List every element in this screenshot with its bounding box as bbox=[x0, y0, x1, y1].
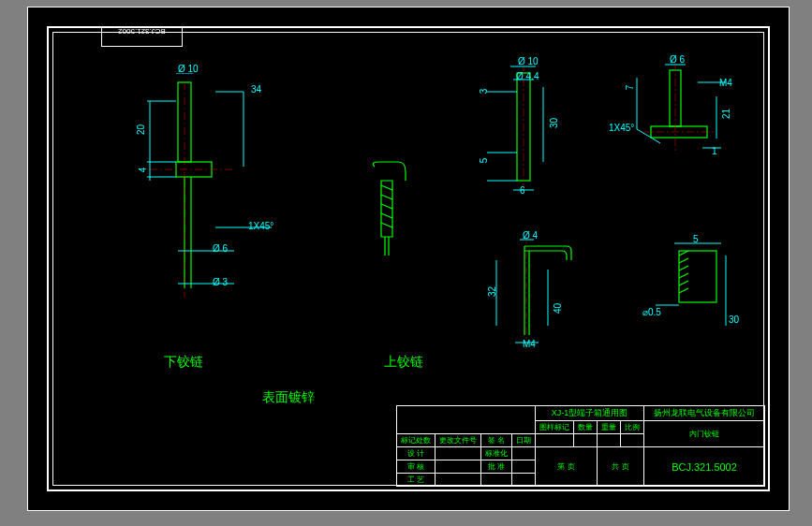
dim-m4b: M4 bbox=[719, 78, 732, 88]
dim-1: 1 bbox=[712, 146, 717, 156]
tb-r3b: 批 准 bbox=[481, 460, 512, 474]
tb-b2: 共 页 bbox=[598, 447, 644, 487]
label-surface-finish: 表面镀锌 bbox=[262, 389, 315, 406]
view-bent-pin bbox=[459, 232, 599, 373]
dim-20: 20 bbox=[136, 124, 146, 135]
view-thread bbox=[627, 232, 759, 354]
tb-partname: 内门铰链 bbox=[644, 421, 765, 447]
dim-d3: Ø 3 bbox=[213, 277, 228, 287]
dim-30b: 30 bbox=[729, 314, 739, 325]
dim-30: 30 bbox=[549, 118, 559, 128]
tb-h1: 图样标记 bbox=[536, 421, 574, 434]
dim-4: 4 bbox=[138, 168, 148, 173]
tb-project: XJ-1型端子箱通用图 bbox=[536, 406, 644, 421]
view-bracket bbox=[613, 59, 754, 199]
dim-chamfer2: 1X45° bbox=[609, 123, 634, 133]
cad-viewport[interactable]: BCJ.321.5002 Ø 10 34 20 4 1X45° Ø 6 Ø 3 bbox=[0, 0, 812, 526]
dim-7: 7 bbox=[625, 85, 635, 91]
view-spring-pictorial bbox=[361, 157, 417, 279]
dim-5: 5 bbox=[479, 158, 489, 164]
tb-r1c4: 日期 bbox=[512, 434, 536, 447]
dim-m4: M4 bbox=[523, 339, 536, 349]
dim-d4: Ø 4 bbox=[523, 230, 538, 241]
title-block: XJ-1型端子箱通用图 扬州龙联电气设备有限公司 图样标记 数量 重量 比例 内… bbox=[396, 405, 765, 487]
dim-d6: Ø 6 bbox=[213, 243, 228, 254]
dim-d10b: Ø 10 bbox=[518, 56, 539, 66]
dim-5b: 5 bbox=[693, 234, 699, 244]
dim-6: 6 bbox=[520, 185, 525, 196]
tb-r2b: 标准化 bbox=[481, 447, 512, 460]
drawing-canvas[interactable]: BCJ.321.5002 Ø 10 34 20 4 1X45° Ø 6 Ø 3 bbox=[27, 7, 790, 511]
tb-h3: 重量 bbox=[598, 421, 621, 434]
svg-line-42 bbox=[637, 129, 660, 143]
tb-r1c3: 签 名 bbox=[481, 434, 512, 447]
dim-d10: Ø 10 bbox=[178, 64, 199, 74]
dim-d6b: Ø 6 bbox=[670, 54, 685, 65]
tb-r1c1: 标记处数 bbox=[397, 434, 436, 447]
dim-d4_4: Ø 4.4 bbox=[516, 71, 539, 81]
label-lower-hinge: 下铰链 bbox=[164, 354, 203, 371]
dim-40: 40 bbox=[553, 303, 563, 314]
tb-h4: 比例 bbox=[621, 421, 644, 434]
dim-32: 32 bbox=[487, 286, 497, 297]
tb-r2a: 设 计 bbox=[397, 447, 436, 460]
tb-r1c2: 更改文件号 bbox=[436, 434, 481, 447]
tb-h2: 数量 bbox=[574, 421, 598, 434]
tb-r4a: 工 艺 bbox=[397, 474, 436, 487]
dim-slot: ⌀0.5 bbox=[642, 307, 661, 317]
tb-company: 扬州龙联电气设备有限公司 bbox=[644, 406, 765, 421]
svg-rect-44 bbox=[679, 251, 716, 302]
dim-3: 3 bbox=[479, 89, 489, 95]
dim-21: 21 bbox=[721, 109, 731, 119]
tb-b1: 第 页 bbox=[536, 447, 598, 487]
dim-34: 34 bbox=[251, 84, 261, 95]
label-upper-hinge: 上铰链 bbox=[384, 354, 423, 371]
dim-chamfer1: 1X45° bbox=[248, 221, 273, 231]
tb-dwgno: BCJ.321.5002 bbox=[644, 447, 765, 487]
tb-r3a: 审 核 bbox=[397, 460, 436, 474]
